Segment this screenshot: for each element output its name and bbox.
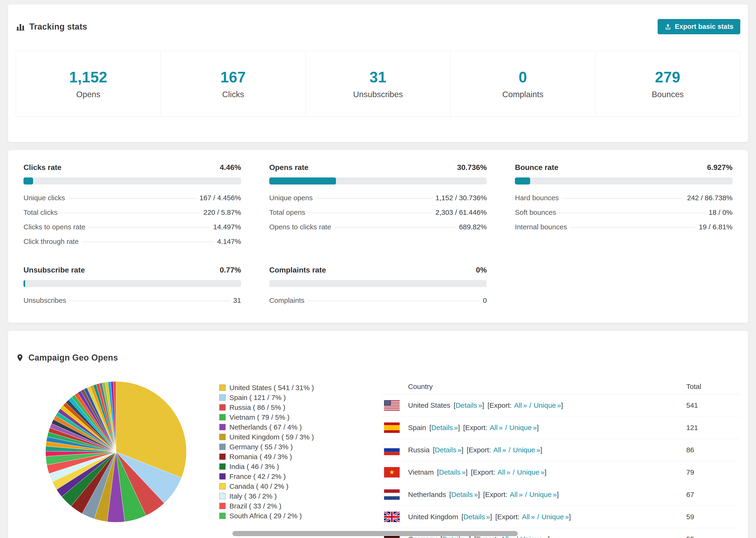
country-name: Russia [408,446,430,454]
bracket: ] [557,491,559,498]
legend-swatch [219,454,226,460]
details-link[interactable]: Details» [451,491,478,498]
dotted-leader [82,242,214,242]
legend-label: Spain ( 121 / 7% ) [229,394,286,402]
metric-value: 4.147% [217,238,241,245]
export-label: Export: [473,468,495,476]
metric-value: 689.82% [459,223,487,231]
bracket: [ [487,402,489,409]
export-all-link[interactable]: All» [498,468,511,476]
bracket: [ [461,513,463,521]
metric-label: Click through rate [24,238,79,245]
bracket: ] [482,402,484,409]
legend-item: Spain ( 121 / 7% ) [219,393,346,403]
details-link[interactable]: Details» [463,513,490,521]
country-name: Spain [408,424,426,432]
legend-swatch [219,503,226,509]
country-total: 79 [686,468,740,476]
unsubscribe-rate-bar [24,280,241,287]
nl-flag-icon [384,489,400,500]
metric-label: Hard bounces [515,194,559,202]
legend-item: United States ( 541 / 31% ) [219,383,346,393]
country-total: 59 [686,513,740,521]
export-unique-link[interactable]: Unique» [517,468,544,476]
details-link[interactable]: Details» [456,402,482,409]
legend-label: United States ( 541 / 31% ) [229,384,314,392]
export-unique-link[interactable]: Unique» [534,402,561,409]
dotted-leader [68,198,196,198]
legend-swatch [219,444,226,450]
bracket: ] [458,424,460,431]
legend-item: Russia ( 86 / 5% ) [219,403,346,412]
complaints-count: 0 [519,69,527,86]
metric-value: 167 / 4.456% [199,194,241,202]
bounces-count: 279 [655,69,680,86]
details-link[interactable]: Details» [439,468,465,476]
metric-value: 2,303 / 61.446% [436,208,487,216]
export-unique-link[interactable]: Unique» [541,513,569,521]
unsubscribe-rate-title: Unsubscribe rate [24,266,85,274]
opens-rate-title: Opens rate [269,163,308,172]
export-all-link[interactable]: All» [493,446,506,454]
country-total: 67 [686,491,740,499]
bracket: [ [463,424,465,431]
export-all-link[interactable]: All» [514,402,527,409]
metric-label: Clicks to opens rate [24,223,85,231]
geo-table-row: United States[Details»][Export:All»/Uniq… [381,394,740,417]
legend-swatch [219,512,226,519]
geo-pie-chart [43,379,189,525]
country-name: United States [408,402,450,409]
dotted-leader [308,301,480,301]
map-marker-icon [16,353,24,362]
legend-label: Romania ( 49 / 3% ) [229,453,292,461]
export-unique-link[interactable]: Unique» [520,535,548,538]
clicks-rate-bar [24,178,241,185]
legend-swatch [219,473,226,480]
legend-swatch [219,404,226,410]
export-unique-link[interactable]: Unique» [510,424,537,431]
legend-item: Italy ( 36 / 2% ) [219,491,346,501]
bracket: ] [478,491,480,498]
tracking-stats-title: Tracking stats [29,22,87,32]
legend-swatch [219,414,226,420]
bar-chart-icon [16,22,25,31]
country-cell: United Kingdom[Details»][Export:All»/Uni… [381,512,686,522]
geo-opens-title: Campaign Geo Opens [28,353,118,363]
details-link[interactable]: Details» [435,446,461,454]
geo-table-row: Netherlands[Details»][Export:All»/Unique… [381,484,740,506]
metric-label: Total opens [269,208,305,216]
country-total: 541 [686,402,740,409]
legend-item: France ( 42 / 2% ) [219,471,346,481]
metric-value: 220 / 5.87% [203,208,241,216]
campaign-geo-opens-card: Campaign Geo Opens United States ( 541 /… [8,331,748,538]
bracket: ] [561,402,563,409]
geo-table-row: United Kingdom[Details»][Export:All»/Uni… [381,506,740,528]
export-all-link[interactable]: All» [510,491,523,498]
legend-item: Canada ( 40 / 2% ) [219,481,346,491]
gb-flag-icon [384,512,400,522]
export-label: Export: [497,513,519,521]
geo-legend: United States ( 541 / 31% ) Spain ( 121 … [219,383,346,521]
legend-label: Vietnam ( 79 / 5% ) [229,413,290,421]
legend-swatch [219,394,226,401]
export-basic-stats-button[interactable]: Export basic stats [658,19,740,34]
export-unique-link[interactable]: Unique» [513,446,540,454]
export-all-link[interactable]: All» [490,424,503,431]
tracking-stats-card: Tracking stats Export basic stats 1,152 … [8,4,748,142]
country-cell: Spain[Details»][Export:All»/Unique»] [381,422,686,433]
export-all-link[interactable]: All» [522,513,535,521]
bounce-rate-block: Bounce rate 6.927% Hard bounces242 / 86.… [515,163,732,249]
clicks-rate-title: Clicks rate [24,163,62,172]
horizontal-scrollbar-thumb[interactable] [233,531,518,536]
export-label: Export: [485,491,507,498]
legend-item: Romania ( 49 / 3% ) [219,452,346,462]
stat-box-complaints: 0 Complaints [450,51,595,116]
legend-label: France ( 42 / 2% ) [229,472,286,480]
geo-table-row: Vietnam[Details»][Export:All»/Unique»]79 [381,461,740,484]
stat-box-unsubscribes: 31 Unsubscribes [305,51,450,116]
export-unique-link[interactable]: Unique» [529,491,557,498]
rates-card: Clicks rate 4.46% Unique clicks167 / 4.4… [8,150,748,323]
details-link[interactable]: Details» [431,424,458,431]
opens-rate-bar [269,178,487,185]
legend-swatch [219,434,226,440]
